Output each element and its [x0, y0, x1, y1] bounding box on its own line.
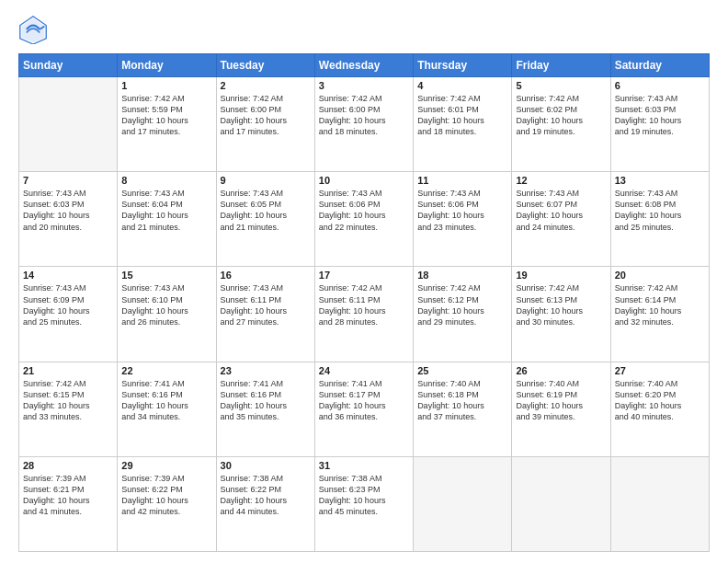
cell-content: Sunrise: 7:42 AM Sunset: 5:59 PM Dayligh…	[121, 93, 211, 138]
cell-content: Sunrise: 7:43 AM Sunset: 6:07 PM Dayligh…	[516, 188, 606, 233]
calendar-cell: 5Sunrise: 7:42 AM Sunset: 6:02 PM Daylig…	[512, 77, 610, 172]
calendar-cell: 29Sunrise: 7:39 AM Sunset: 6:22 PM Dayli…	[118, 456, 216, 551]
week-row-2: 7Sunrise: 7:43 AM Sunset: 6:03 PM Daylig…	[19, 172, 710, 267]
calendar-cell: 12Sunrise: 7:43 AM Sunset: 6:07 PM Dayli…	[512, 172, 610, 267]
cell-content: Sunrise: 7:42 AM Sunset: 6:00 PM Dayligh…	[221, 93, 311, 138]
calendar-page: SundayMondayTuesdayWednesdayThursdayFrid…	[0, 0, 728, 563]
day-number: 20	[615, 270, 705, 281]
calendar-cell: 31Sunrise: 7:38 AM Sunset: 6:23 PM Dayli…	[314, 456, 413, 551]
cell-content: Sunrise: 7:41 AM Sunset: 6:16 PM Dayligh…	[221, 378, 311, 423]
day-number: 6	[615, 80, 705, 91]
cell-content: Sunrise: 7:40 AM Sunset: 6:19 PM Dayligh…	[516, 378, 606, 423]
weekday-header-wednesday: Wednesday	[314, 54, 413, 77]
week-row-5: 28Sunrise: 7:39 AM Sunset: 6:21 PM Dayli…	[19, 456, 710, 551]
day-number: 12	[516, 175, 606, 186]
cell-content: Sunrise: 7:43 AM Sunset: 6:11 PM Dayligh…	[221, 282, 311, 327]
calendar-cell: 21Sunrise: 7:42 AM Sunset: 6:15 PM Dayli…	[19, 362, 118, 456]
cell-content: Sunrise: 7:42 AM Sunset: 6:15 PM Dayligh…	[23, 378, 113, 423]
logo-icon	[18, 15, 48, 44]
day-number: 16	[221, 270, 311, 281]
day-number: 1	[121, 80, 211, 91]
calendar-cell: 22Sunrise: 7:41 AM Sunset: 6:16 PM Dayli…	[118, 362, 216, 456]
cell-content: Sunrise: 7:41 AM Sunset: 6:16 PM Dayligh…	[121, 378, 211, 423]
calendar-cell: 23Sunrise: 7:41 AM Sunset: 6:16 PM Dayli…	[216, 362, 314, 456]
calendar-cell: 11Sunrise: 7:43 AM Sunset: 6:06 PM Dayli…	[414, 172, 512, 267]
day-number: 21	[23, 365, 113, 376]
cell-content: Sunrise: 7:41 AM Sunset: 6:17 PM Dayligh…	[319, 378, 409, 423]
cell-content: Sunrise: 7:43 AM Sunset: 6:06 PM Dayligh…	[319, 188, 409, 233]
cell-content: Sunrise: 7:42 AM Sunset: 6:02 PM Dayligh…	[516, 93, 606, 138]
cell-content: Sunrise: 7:43 AM Sunset: 6:09 PM Dayligh…	[23, 282, 113, 327]
week-row-4: 21Sunrise: 7:42 AM Sunset: 6:15 PM Dayli…	[19, 362, 710, 456]
calendar-cell: 1Sunrise: 7:42 AM Sunset: 5:59 PM Daylig…	[118, 77, 216, 172]
day-number: 14	[23, 270, 113, 281]
calendar-cell: 3Sunrise: 7:42 AM Sunset: 6:00 PM Daylig…	[314, 77, 413, 172]
calendar-cell: 26Sunrise: 7:40 AM Sunset: 6:19 PM Dayli…	[512, 362, 610, 456]
week-row-1: 1Sunrise: 7:42 AM Sunset: 5:59 PM Daylig…	[19, 77, 710, 172]
day-number: 29	[121, 460, 211, 471]
calendar-cell: 2Sunrise: 7:42 AM Sunset: 6:00 PM Daylig…	[216, 77, 314, 172]
cell-content: Sunrise: 7:42 AM Sunset: 6:00 PM Dayligh…	[319, 93, 409, 138]
calendar-cell: 8Sunrise: 7:43 AM Sunset: 6:04 PM Daylig…	[118, 172, 216, 267]
day-number: 10	[319, 175, 409, 186]
calendar-cell: 30Sunrise: 7:38 AM Sunset: 6:22 PM Dayli…	[216, 456, 314, 551]
day-number: 25	[417, 365, 507, 376]
day-number: 26	[516, 365, 606, 376]
logo	[18, 15, 51, 44]
weekday-header-monday: Monday	[118, 54, 216, 77]
calendar-cell: 20Sunrise: 7:42 AM Sunset: 6:14 PM Dayli…	[610, 267, 709, 362]
calendar-cell: 4Sunrise: 7:42 AM Sunset: 6:01 PM Daylig…	[414, 77, 512, 172]
calendar-table: SundayMondayTuesdayWednesdayThursdayFrid…	[18, 53, 710, 552]
day-number: 9	[221, 175, 311, 186]
weekday-header-thursday: Thursday	[414, 54, 512, 77]
calendar-cell: 17Sunrise: 7:42 AM Sunset: 6:11 PM Dayli…	[314, 267, 413, 362]
cell-content: Sunrise: 7:39 AM Sunset: 6:22 PM Dayligh…	[121, 473, 211, 518]
day-number: 15	[121, 270, 211, 281]
day-number: 19	[516, 270, 606, 281]
cell-content: Sunrise: 7:38 AM Sunset: 6:22 PM Dayligh…	[221, 473, 311, 518]
calendar-cell: 18Sunrise: 7:42 AM Sunset: 6:12 PM Dayli…	[414, 267, 512, 362]
cell-content: Sunrise: 7:43 AM Sunset: 6:06 PM Dayligh…	[417, 188, 507, 233]
calendar-cell: 6Sunrise: 7:43 AM Sunset: 6:03 PM Daylig…	[610, 77, 709, 172]
cell-content: Sunrise: 7:40 AM Sunset: 6:20 PM Dayligh…	[615, 378, 705, 423]
calendar-cell: 13Sunrise: 7:43 AM Sunset: 6:08 PM Dayli…	[610, 172, 709, 267]
header	[18, 15, 710, 44]
weekday-header-saturday: Saturday	[610, 54, 709, 77]
calendar-cell: 15Sunrise: 7:43 AM Sunset: 6:10 PM Dayli…	[118, 267, 216, 362]
calendar-cell	[414, 456, 512, 551]
cell-content: Sunrise: 7:39 AM Sunset: 6:21 PM Dayligh…	[23, 473, 113, 518]
cell-content: Sunrise: 7:38 AM Sunset: 6:23 PM Dayligh…	[319, 473, 409, 518]
day-number: 30	[221, 460, 311, 471]
calendar-cell: 14Sunrise: 7:43 AM Sunset: 6:09 PM Dayli…	[19, 267, 118, 362]
day-number: 4	[417, 80, 507, 91]
calendar-cell: 10Sunrise: 7:43 AM Sunset: 6:06 PM Dayli…	[314, 172, 413, 267]
cell-content: Sunrise: 7:42 AM Sunset: 6:12 PM Dayligh…	[417, 282, 507, 327]
week-row-3: 14Sunrise: 7:43 AM Sunset: 6:09 PM Dayli…	[19, 267, 710, 362]
cell-content: Sunrise: 7:42 AM Sunset: 6:13 PM Dayligh…	[516, 282, 606, 327]
weekday-header-tuesday: Tuesday	[216, 54, 314, 77]
cell-content: Sunrise: 7:42 AM Sunset: 6:01 PM Dayligh…	[417, 93, 507, 138]
calendar-cell: 24Sunrise: 7:41 AM Sunset: 6:17 PM Dayli…	[314, 362, 413, 456]
day-number: 31	[319, 460, 409, 471]
calendar-cell: 27Sunrise: 7:40 AM Sunset: 6:20 PM Dayli…	[610, 362, 709, 456]
day-number: 11	[417, 175, 507, 186]
cell-content: Sunrise: 7:43 AM Sunset: 6:05 PM Dayligh…	[221, 188, 311, 233]
cell-content: Sunrise: 7:43 AM Sunset: 6:04 PM Dayligh…	[121, 188, 211, 233]
day-number: 17	[319, 270, 409, 281]
day-number: 13	[615, 175, 705, 186]
day-number: 3	[319, 80, 409, 91]
cell-content: Sunrise: 7:43 AM Sunset: 6:08 PM Dayligh…	[615, 188, 705, 233]
cell-content: Sunrise: 7:42 AM Sunset: 6:14 PM Dayligh…	[615, 282, 705, 327]
day-number: 5	[516, 80, 606, 91]
calendar-cell: 9Sunrise: 7:43 AM Sunset: 6:05 PM Daylig…	[216, 172, 314, 267]
weekday-header-sunday: Sunday	[19, 54, 118, 77]
weekday-header-friday: Friday	[512, 54, 610, 77]
calendar-cell	[610, 456, 709, 551]
day-number: 28	[23, 460, 113, 471]
cell-content: Sunrise: 7:43 AM Sunset: 6:03 PM Dayligh…	[615, 93, 705, 138]
cell-content: Sunrise: 7:42 AM Sunset: 6:11 PM Dayligh…	[319, 282, 409, 327]
calendar-cell: 28Sunrise: 7:39 AM Sunset: 6:21 PM Dayli…	[19, 456, 118, 551]
day-number: 24	[319, 365, 409, 376]
cell-content: Sunrise: 7:43 AM Sunset: 6:10 PM Dayligh…	[121, 282, 211, 327]
calendar-cell: 25Sunrise: 7:40 AM Sunset: 6:18 PM Dayli…	[414, 362, 512, 456]
